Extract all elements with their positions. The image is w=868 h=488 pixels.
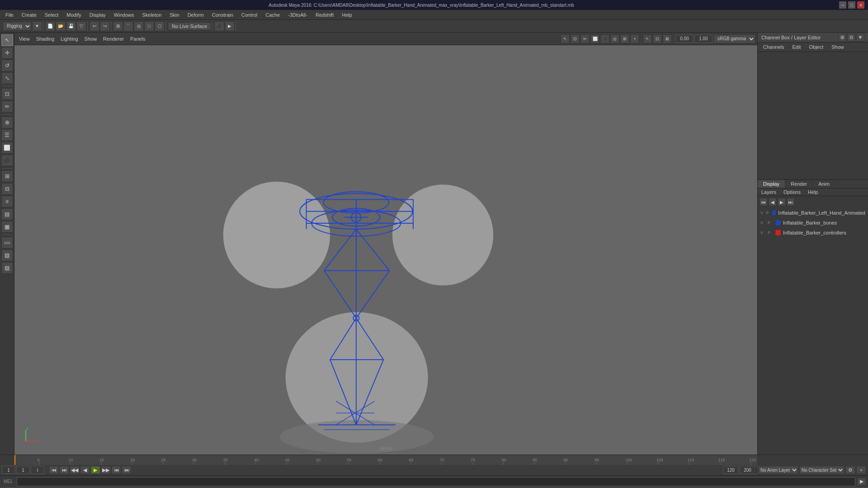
panel-icon-btn2[interactable]: ⊟: [847, 33, 855, 42]
prev-frame-btn[interactable]: ◀: [80, 466, 90, 474]
play-btn[interactable]: ▶: [90, 466, 100, 474]
snap-surface-btn[interactable]: ⬡: [155, 21, 165, 31]
vp-menu-lighting[interactable]: Lighting: [58, 35, 81, 42]
move-tool-btn[interactable]: ✛: [1, 47, 13, 59]
vp-tool5[interactable]: •: [630, 34, 639, 43]
range-end-input[interactable]: [723, 466, 739, 474]
vp-val1-input[interactable]: [675, 35, 693, 43]
tool6[interactable]: ⬛: [1, 155, 13, 166]
snap-grid-btn[interactable]: ⊞: [113, 21, 123, 31]
go-end-btn[interactable]: ⏭: [122, 466, 132, 474]
panel-icon-btn3[interactable]: ▼: [856, 33, 864, 42]
layer-row-3[interactable]: V P Inflatable_Barker_controllers: [760, 228, 866, 238]
subtab-help[interactable]: Help: [804, 188, 822, 196]
paint-btn[interactable]: ✏: [1, 101, 13, 113]
render-btn[interactable]: ⬛: [214, 21, 224, 31]
tool7[interactable]: ⊞: [1, 170, 13, 182]
snap-curve-btn[interactable]: ⌒: [123, 21, 133, 31]
next-frame-btn[interactable]: ▶▶: [101, 466, 111, 474]
menu-file[interactable]: File: [2, 11, 17, 19]
vp-menu-show[interactable]: Show: [82, 35, 100, 42]
undo-btn[interactable]: ↩: [90, 21, 99, 31]
tab-channels[interactable]: Channels: [760, 43, 788, 51]
max-range-input[interactable]: [740, 466, 755, 474]
timeline-ruler[interactable]: [14, 455, 757, 465]
mode-select[interactable]: Rigging: [3, 22, 32, 31]
vp-menu-view[interactable]: View: [16, 35, 33, 42]
tool11[interactable]: ▦: [1, 221, 13, 233]
current-frame-input[interactable]: [2, 466, 15, 474]
ipr-btn[interactable]: ▶: [225, 21, 235, 31]
viewport[interactable]: View Shading Lighting Show Renderer Pane…: [14, 33, 757, 455]
menu-help[interactable]: Help: [338, 11, 356, 19]
vp-menu-shading[interactable]: Shading: [33, 35, 57, 42]
vp-tool4[interactable]: ⊞: [620, 34, 629, 43]
viewport-canvas[interactable]: x y persp: [14, 45, 757, 455]
layer-nav-last[interactable]: ⏭: [787, 198, 795, 206]
layer-nav-prev[interactable]: ◀: [769, 198, 777, 206]
tab-edit[interactable]: Edit: [788, 43, 804, 51]
menu-display[interactable]: Display: [86, 11, 109, 19]
tab-render[interactable]: Render: [785, 180, 813, 188]
tool8[interactable]: ⊟: [1, 183, 13, 195]
tool14[interactable]: ▨: [1, 262, 13, 274]
saveas-btn[interactable]: ▽: [76, 21, 86, 31]
step-back-btn[interactable]: ⏭: [59, 466, 69, 474]
menu-modify[interactable]: Modify: [63, 11, 85, 19]
subtab-options[interactable]: Options: [780, 188, 804, 196]
vp-tool1[interactable]: ⬜: [590, 34, 599, 43]
tool3[interactable]: ⊕: [1, 117, 13, 128]
scale-tool-btn[interactable]: ⤡: [1, 72, 13, 84]
vp-tool3[interactable]: ◎: [610, 34, 619, 43]
vp-menu-panels[interactable]: Panels: [127, 35, 148, 42]
mode-menu-btn[interactable]: ▼: [32, 21, 42, 31]
menu-constrain[interactable]: Constrain: [208, 11, 237, 19]
vp-tool2[interactable]: ⬛: [600, 34, 609, 43]
rotate-tool-btn[interactable]: ↺: [1, 60, 13, 71]
vp-paint-btn[interactable]: ✏: [580, 34, 590, 43]
menu-select[interactable]: Select: [41, 11, 62, 19]
vp-tool6[interactable]: ↖: [643, 34, 652, 43]
next-key-btn[interactable]: ⏮: [111, 466, 121, 474]
open-btn[interactable]: 📂: [56, 21, 66, 31]
tool9[interactable]: ≡: [1, 196, 13, 207]
menu-windows[interactable]: Windows: [110, 11, 138, 19]
frame-input-2[interactable]: [16, 466, 30, 474]
vp-tool7[interactable]: ⊡: [653, 34, 662, 43]
layer-row-1[interactable]: V P Inflatable_Barker_Left_Hand_Animated: [760, 208, 866, 218]
gamma-select[interactable]: sRGB gamma: [713, 34, 755, 43]
select-tool-btn[interactable]: ↖: [1, 34, 13, 46]
mel-submit-btn[interactable]: ▶: [857, 478, 866, 486]
tool10[interactable]: ▤: [1, 208, 13, 220]
go-start-btn[interactable]: ⏮: [49, 466, 59, 474]
tool12[interactable]: 123: [1, 237, 13, 249]
no-live-surface-btn[interactable]: No Live Surface: [168, 22, 211, 30]
menu-3dtall[interactable]: -3DtoAll-: [284, 11, 311, 19]
layer-nav-first[interactable]: ⏮: [760, 198, 768, 206]
vp-menu-renderer[interactable]: Renderer: [100, 35, 127, 42]
tab-show[interactable]: Show: [828, 43, 848, 51]
layer-nav-next[interactable]: ▶: [778, 198, 786, 206]
redo-btn[interactable]: ↪: [100, 21, 110, 31]
menu-redshift[interactable]: Redshift: [312, 11, 337, 19]
char-set-btn[interactable]: ⚙: [845, 466, 855, 474]
snap-point-btn[interactable]: ◎: [134, 21, 144, 31]
character-set-select[interactable]: No Character Set: [799, 466, 844, 474]
tab-display[interactable]: Display: [758, 180, 785, 188]
menu-skeleton[interactable]: Skeleton: [138, 11, 165, 19]
prev-key-btn[interactable]: ◀◀: [70, 466, 80, 474]
vp-lasso-btn[interactable]: ⊡: [571, 34, 580, 43]
lasso-btn[interactable]: ⊡: [1, 88, 13, 100]
panel-icon-btn1[interactable]: ⊞: [838, 33, 846, 42]
new-btn[interactable]: 📄: [45, 21, 55, 31]
layer-row-2[interactable]: V P Inflatable_Barker_bones: [760, 218, 866, 228]
mel-input[interactable]: [17, 477, 855, 486]
char-set-btn2[interactable]: +: [856, 466, 866, 474]
tool4[interactable]: ☰: [1, 129, 13, 141]
tool13[interactable]: ▧: [1, 249, 13, 261]
minimize-button[interactable]: ─: [839, 1, 846, 9]
vp-val2-input[interactable]: [694, 35, 712, 43]
vp-tool8[interactable]: ⊠: [663, 34, 672, 43]
save-btn[interactable]: 💾: [66, 21, 76, 31]
menu-deform[interactable]: Deform: [184, 11, 208, 19]
